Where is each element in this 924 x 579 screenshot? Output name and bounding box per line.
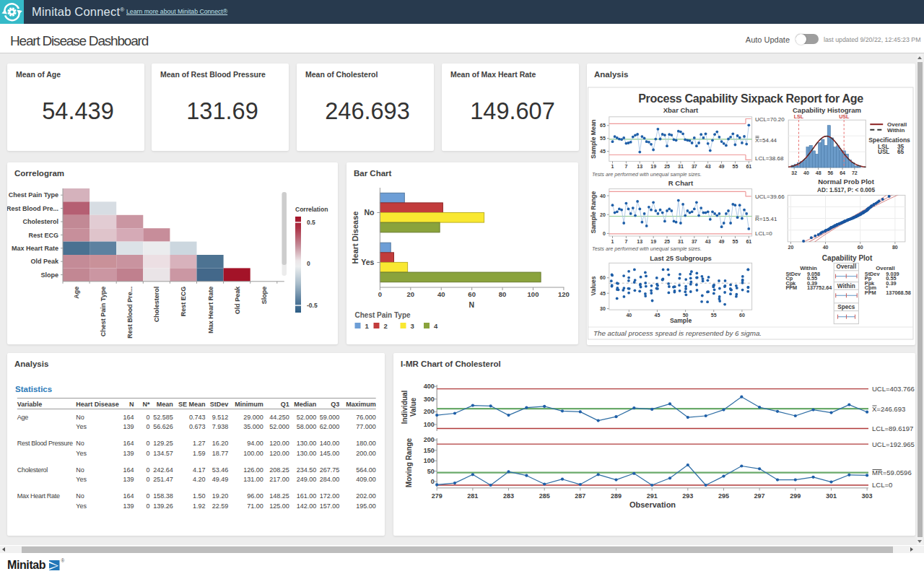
svg-text:43: 43 xyxy=(705,164,711,169)
svg-text:279: 279 xyxy=(432,492,443,500)
svg-text:40: 40 xyxy=(803,170,809,175)
svg-text:Maximum: Maximum xyxy=(346,401,376,408)
svg-text:AD: 1.517, P: < 0.005: AD: 1.517, P: < 0.005 xyxy=(817,187,875,193)
svg-text:195.00: 195.00 xyxy=(356,502,376,510)
svg-text:0: 0 xyxy=(147,414,150,421)
svg-text:N*: N* xyxy=(143,401,150,408)
svg-text:22.59: 22.59 xyxy=(212,502,229,510)
svg-text:94.00: 94.00 xyxy=(247,440,263,447)
svg-text:283: 283 xyxy=(503,492,514,500)
svg-text:Chest Pain Type: Chest Pain Type xyxy=(9,191,58,199)
svg-text:65: 65 xyxy=(600,123,606,128)
svg-text:164: 164 xyxy=(123,466,134,474)
svg-text:Normal Prob Plot: Normal Prob Plot xyxy=(818,178,874,186)
svg-text:37: 37 xyxy=(692,239,697,244)
svg-text:No: No xyxy=(76,414,84,421)
svg-text:Sample Range: Sample Range xyxy=(590,191,597,233)
svg-text:50: 50 xyxy=(427,468,435,475)
svg-text:139: 139 xyxy=(123,502,134,510)
svg-text:N: N xyxy=(129,401,134,408)
svg-text:131.00: 131.00 xyxy=(243,476,263,483)
svg-text:Chest Pain Type: Chest Pain Type xyxy=(100,287,107,336)
svg-text:4.17: 4.17 xyxy=(193,466,206,474)
svg-text:3: 3 xyxy=(411,322,414,330)
svg-text:Correlation: Correlation xyxy=(295,206,328,213)
svg-text:409.00: 409.00 xyxy=(356,476,376,483)
svg-text:1.59: 1.59 xyxy=(193,450,206,457)
svg-text:1: 1 xyxy=(365,322,370,330)
svg-text:1: 1 xyxy=(611,239,614,244)
svg-text:1.50: 1.50 xyxy=(193,492,206,500)
svg-text:Within: Within xyxy=(837,283,855,290)
svg-text:80: 80 xyxy=(499,290,507,298)
svg-text:80: 80 xyxy=(892,245,898,250)
svg-text:Within: Within xyxy=(887,127,905,134)
svg-text:Heart Disease: Heart Disease xyxy=(76,401,119,408)
svg-text:96.00: 96.00 xyxy=(247,492,263,500)
svg-text:145.00: 145.00 xyxy=(320,450,340,457)
svg-text:Cholesterol: Cholesterol xyxy=(17,466,48,474)
svg-text:PPM: PPM xyxy=(865,290,876,296)
svg-text:4.20: 4.20 xyxy=(193,476,206,483)
svg-text:303: 303 xyxy=(862,492,873,500)
svg-text:0: 0 xyxy=(378,290,382,298)
svg-text:Q3: Q3 xyxy=(331,401,339,408)
svg-text:251.47: 251.47 xyxy=(153,476,173,483)
svg-text:Capability Histogram: Capability Histogram xyxy=(793,106,861,114)
svg-text:18.77: 18.77 xyxy=(212,450,229,457)
svg-text:172.00: 172.00 xyxy=(320,492,340,500)
svg-text:Individual: Individual xyxy=(401,390,409,424)
svg-text:1.92: 1.92 xyxy=(193,502,206,510)
svg-text:Cholesterol: Cholesterol xyxy=(22,218,58,225)
svg-text:Process Capability Sixpack Rep: Process Capability Sixpack Report for Ag… xyxy=(638,92,863,105)
svg-text:20: 20 xyxy=(788,245,794,250)
svg-text:Rest ECG: Rest ECG xyxy=(180,287,187,317)
svg-text:R Chart: R Chart xyxy=(668,179,694,187)
svg-text:301: 301 xyxy=(826,492,837,500)
svg-text:45: 45 xyxy=(655,313,661,318)
svg-text:134.57: 134.57 xyxy=(153,450,173,457)
svg-text:Mean: Mean xyxy=(157,401,173,408)
svg-text:59.000: 59.000 xyxy=(320,414,340,421)
svg-text:285: 285 xyxy=(539,492,550,500)
svg-text:164: 164 xyxy=(123,440,134,447)
svg-text:No: No xyxy=(364,208,374,217)
svg-text:125.00: 125.00 xyxy=(269,502,289,510)
svg-text:20: 20 xyxy=(407,290,415,298)
svg-text:13: 13 xyxy=(637,164,642,169)
svg-text:234.50: 234.50 xyxy=(297,466,317,474)
svg-text:Chest Pain Type: Chest Pain Type xyxy=(355,311,411,319)
svg-text:Variable: Variable xyxy=(17,401,43,408)
svg-text:Sample Mean: Sample Mean xyxy=(590,119,597,158)
svg-text:Minimum: Minimum xyxy=(235,401,263,408)
svg-text:Tests are performed with unequ: Tests are performed with unequal sample … xyxy=(592,245,702,252)
svg-text:0: 0 xyxy=(147,502,150,510)
svg-text:295: 295 xyxy=(718,492,729,500)
svg-text:USL: USL xyxy=(839,114,850,119)
svg-text:158.38: 158.38 xyxy=(153,492,173,500)
svg-text:60: 60 xyxy=(858,245,863,250)
svg-text:Cholesterol: Cholesterol xyxy=(153,287,160,323)
svg-text:LCL=0: LCL=0 xyxy=(755,230,772,237)
svg-text:40: 40 xyxy=(823,245,829,250)
svg-text:76.000: 76.000 xyxy=(356,414,376,421)
svg-text:400: 400 xyxy=(424,383,435,390)
svg-text:142.00: 142.00 xyxy=(297,502,317,510)
svg-text:48: 48 xyxy=(816,170,821,175)
svg-text:249.00: 249.00 xyxy=(297,476,317,483)
svg-text:164: 164 xyxy=(123,414,134,421)
svg-text:293: 293 xyxy=(682,492,693,500)
svg-text:157.00: 157.00 xyxy=(320,502,340,510)
svg-text:164: 164 xyxy=(123,492,134,500)
svg-text:61: 61 xyxy=(746,164,751,169)
svg-text:37: 37 xyxy=(692,164,697,169)
svg-text:Yes: Yes xyxy=(76,476,87,483)
svg-text:Max Heart Rate: Max Heart Rate xyxy=(17,492,60,500)
svg-text:1: 1 xyxy=(611,164,614,169)
svg-text:4: 4 xyxy=(434,322,438,330)
svg-text:44.250: 44.250 xyxy=(269,414,289,421)
svg-text:Last 25 Subgroups: Last 25 Subgroups xyxy=(650,254,712,262)
svg-text:100.00: 100.00 xyxy=(243,450,263,457)
svg-text:137068.58: 137068.58 xyxy=(886,290,911,296)
svg-text:40: 40 xyxy=(626,313,632,318)
